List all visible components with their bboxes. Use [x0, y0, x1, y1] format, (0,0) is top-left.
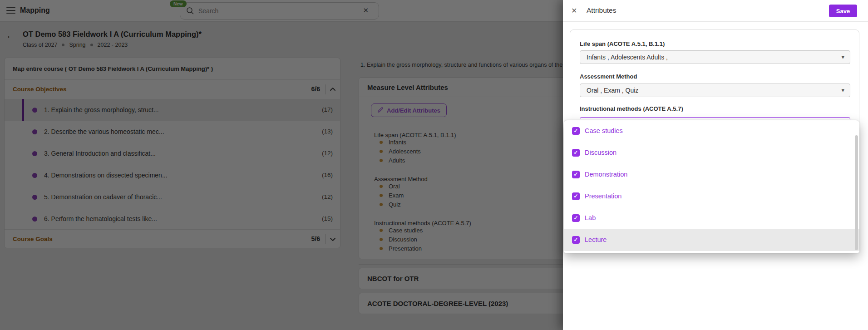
option-label: Lecture	[585, 236, 607, 243]
drawer-header: ✕ Attributes Save	[563, 0, 868, 22]
lifespan-select-value: Infants , Adolescents Adults ,	[587, 54, 668, 61]
instructional-field-label: Instructional methods (ACOTE A.5.7)	[580, 105, 683, 112]
checkbox-checked-icon[interactable]: ✓	[572, 236, 580, 244]
caret-down-icon: ▾	[841, 84, 844, 97]
assessment-select-value: Oral , Exam , Quiz	[587, 87, 638, 94]
option-label: Presentation	[585, 192, 621, 200]
checkbox-checked-icon[interactable]: ✓	[572, 214, 580, 222]
checkbox-checked-icon[interactable]: ✓	[572, 171, 580, 178]
option-label: Demonstration	[585, 171, 627, 178]
save-button[interactable]: Save	[829, 5, 857, 17]
close-icon[interactable]: ✕	[571, 6, 577, 15]
attributes-drawer: ✕ Attributes Save Life span (ACOTE A.5.1…	[563, 0, 868, 330]
caret-down-icon: ▾	[841, 51, 844, 64]
option-label: Discussion	[585, 149, 616, 156]
option-lecture[interactable]: ✓ Lecture	[564, 229, 859, 251]
checkbox-checked-icon[interactable]: ✓	[572, 127, 580, 135]
checkbox-checked-icon[interactable]: ✓	[572, 149, 580, 157]
screen: Mapping New ✕ ← OT Demo 583 Fieldwork I …	[0, 0, 868, 330]
option-discussion[interactable]: ✓ Discussion	[564, 142, 859, 164]
option-lab[interactable]: ✓ Lab	[564, 207, 859, 229]
dropdown-scrollbar[interactable]	[855, 135, 858, 250]
modal-dim-overlay	[0, 0, 563, 330]
assessment-select[interactable]: Oral , Exam , Quiz ▾	[580, 84, 850, 97]
assessment-field-label: Assessment Method	[580, 73, 637, 80]
option-presentation[interactable]: ✓ Presentation	[564, 186, 859, 207]
instructional-methods-dropdown: ✓ Case studies ✓ Discussion ✓ Demonstrat…	[564, 120, 859, 253]
lifespan-field-label: Life span (ACOTE A.5.1, B.1.1)	[580, 40, 665, 47]
option-case-studies[interactable]: ✓ Case studies	[564, 120, 859, 142]
option-label: Case studies	[585, 127, 623, 134]
option-label: Lab	[585, 214, 596, 222]
drawer-title: Attributes	[587, 6, 616, 15]
checkbox-checked-icon[interactable]: ✓	[572, 192, 580, 200]
option-demonstration[interactable]: ✓ Demonstration	[564, 164, 859, 186]
lifespan-select[interactable]: Infants , Adolescents Adults , ▾	[580, 50, 850, 64]
